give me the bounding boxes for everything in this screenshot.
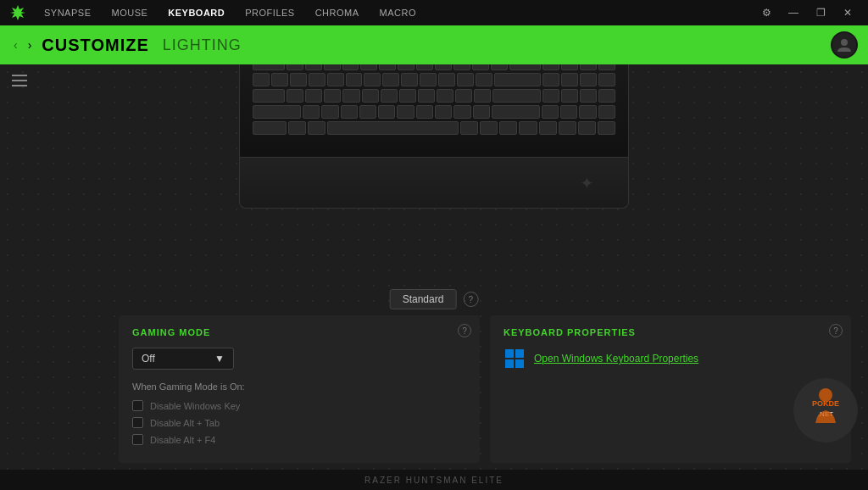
gaming-mode-help-icon[interactable]: ? [458,324,471,337]
settings-button[interactable]: ⚙ [754,4,778,21]
nav-synapse[interactable]: SYNAPSE [34,0,101,25]
keyboard-preview: ✦ [239,64,629,209]
standard-help-icon[interactable]: ? [463,292,478,307]
title-nav: SYNAPSE MOUSE KEYBOARD PROFILES CHROMA M… [34,0,426,25]
nav-chroma[interactable]: CHROMA [305,0,370,25]
windows-icon [504,348,526,370]
page-title: CUSTOMIZE [42,36,148,55]
keyboard-props-help-icon[interactable]: ? [829,324,843,337]
disable-alt-f4-checkbox[interactable] [132,434,143,445]
watermark-icon: POKDE .NET [792,376,860,444]
page-subtitle: LIGHTING [163,36,242,54]
svg-rect-4 [515,359,524,368]
dropdown-arrow-icon: ▼ [214,353,225,365]
keyboard-body [239,64,629,158]
svg-rect-1 [505,349,514,358]
kb-prop-row: Open Windows Keyboard Properties [504,348,837,370]
hamburger-menu[interactable] [12,75,27,86]
pokde-watermark: POKDE .NET [792,376,860,444]
restore-button[interactable]: ❐ [809,4,832,21]
disable-alt-tab-label: Disable Alt + Tab [150,418,220,428]
checkbox-item-alt-tab: Disable Alt + Tab [132,417,466,428]
status-bar-text: RAZER HUNTSMAN ELITE [364,476,504,485]
forward-arrow-icon[interactable]: › [25,36,36,53]
svg-point-0 [841,39,848,46]
gaming-mode-dropdown[interactable]: Off ▼ [132,348,234,370]
razer-logo-icon [8,3,27,22]
close-button[interactable]: ✕ [836,4,860,21]
avatar-icon [836,36,853,53]
back-arrow-icon[interactable]: ‹ [10,36,21,53]
gaming-mode-value: Off [142,353,155,365]
minimize-button[interactable]: — [782,4,805,21]
disable-alt-f4-label: Disable Alt + F4 [150,435,215,445]
disable-alt-tab-checkbox[interactable] [132,417,143,428]
nav-mouse[interactable]: MOUSE [101,0,158,25]
header-bar: ‹ › CUSTOMIZE LIGHTING [0,25,868,64]
nav-profiles[interactable]: PROFILES [235,0,304,25]
keyboard-properties-title: KEYBOARD PROPERTIES [504,327,837,337]
gaming-mode-panel: ? GAMING MODE Off ▼ When Gaming Mode is … [119,315,480,463]
header-nav-arrows: ‹ › [10,36,35,53]
window-controls: ⚙ — ❐ ✕ [754,4,860,21]
nav-macro[interactable]: MACRO [370,0,426,25]
standard-area: Standard ? [390,289,479,309]
bottom-panels: ? GAMING MODE Off ▼ When Gaming Mode is … [119,315,851,463]
title-bar-left: SYNAPSE MOUSE KEYBOARD PROFILES CHROMA M… [8,0,426,25]
open-keyboard-properties-link[interactable]: Open Windows Keyboard Properties [534,353,698,365]
svg-rect-3 [505,359,514,368]
nav-keyboard[interactable]: KEYBOARD [158,0,235,25]
gaming-mode-title: GAMING MODE [132,327,466,337]
disable-windows-key-checkbox[interactable] [132,400,143,411]
title-bar: SYNAPSE MOUSE KEYBOARD PROFILES CHROMA M… [0,0,868,25]
standard-button[interactable]: Standard [390,289,457,309]
user-avatar[interactable] [831,31,858,58]
svg-rect-2 [515,349,524,358]
svg-point-8 [819,388,832,402]
gaming-mode-when-on-label: When Gaming Mode is On: [132,381,466,392]
status-bar: RAZER HUNTSMAN ELITE [0,470,868,490]
checkbox-item-windows-key: Disable Windows Key [132,400,466,411]
main-content: ✦ Standard ? ? GAMING MODE Off ▼ When Ga… [0,64,868,470]
checkbox-item-alt-f4: Disable Alt + F4 [132,434,466,445]
wrist-logo-icon: ✦ [580,173,594,193]
wrist-rest: ✦ [239,158,629,209]
disable-windows-key-label: Disable Windows Key [150,401,240,411]
